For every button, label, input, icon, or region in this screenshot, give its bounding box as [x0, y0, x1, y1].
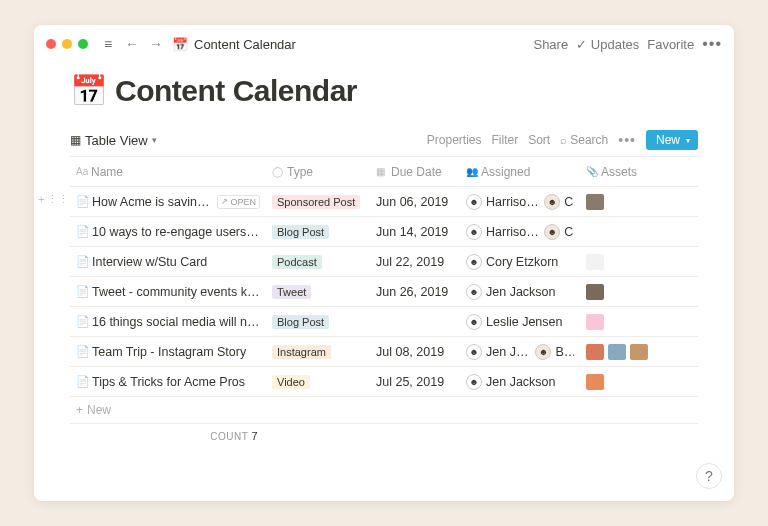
menu-icon[interactable]: ≡ [100, 36, 116, 52]
cell-assets[interactable] [580, 310, 698, 334]
nav-back-icon[interactable]: ← [124, 36, 140, 52]
cell-assigned[interactable]: ☻Leslie Jensen [460, 310, 580, 334]
breadcrumb[interactable]: 📅 Content Calendar [172, 37, 296, 52]
cell-assigned[interactable]: ☻Jen Jackson [460, 370, 580, 394]
cell-assigned[interactable]: ☻Jen Jackson☻Beez [460, 340, 580, 364]
count-cell[interactable]: COUNT 7 [70, 430, 266, 442]
page-title[interactable]: Content Calendar [115, 74, 357, 108]
table-view-icon: ▦ [70, 133, 81, 147]
table-row[interactable]: 📄Tips & Tricks for Acme ProsVideoJul 25,… [70, 367, 698, 397]
help-button[interactable]: ? [696, 463, 722, 489]
updates-button[interactable]: Updates [576, 37, 639, 52]
table-body: +⋮⋮📄How Acme is saving the gig economy↗O… [70, 187, 698, 397]
cell-name[interactable]: 📄How Acme is saving the gig economy↗OPEN [70, 191, 266, 213]
maximize-window-button[interactable] [78, 39, 88, 49]
cell-name[interactable]: 📄16 things social media will never be ab… [70, 311, 266, 333]
cell-name[interactable]: 📄Tweet - community events kickoff [70, 281, 266, 303]
asset-thumbnail[interactable] [586, 254, 604, 270]
cell-name[interactable]: 📄10 ways to re-engage users with drip ca… [70, 221, 266, 243]
more-menu-icon[interactable]: ••• [702, 35, 722, 53]
asset-thumbnail[interactable] [608, 344, 626, 360]
table-row[interactable]: 📄10 ways to re-engage users with drip ca… [70, 217, 698, 247]
cell-assigned[interactable]: ☻Jen Jackson [460, 280, 580, 304]
type-tag: Tweet [272, 285, 311, 299]
cell-type[interactable]: Podcast [266, 251, 370, 273]
cell-due-date[interactable]: Jul 08, 2019 [370, 341, 460, 363]
cell-due-date[interactable]: Jun 06, 2019 [370, 191, 460, 213]
assignee-name: Cory Etzkorn [486, 255, 558, 269]
view-switcher[interactable]: ▦ Table View ▾ [70, 133, 157, 148]
asset-thumbnail[interactable] [586, 344, 604, 360]
cell-due-date[interactable]: Jul 22, 2019 [370, 251, 460, 273]
cell-type[interactable]: Tweet [266, 281, 370, 303]
asset-thumbnail[interactable] [586, 314, 604, 330]
cell-name[interactable]: 📄Interview w/Stu Card [70, 251, 266, 273]
col-assigned[interactable]: 👥Assigned [460, 161, 580, 183]
avatar: ☻ [535, 344, 551, 360]
properties-button[interactable]: Properties [427, 133, 482, 147]
table-row[interactable]: 📄16 things social media will never be ab… [70, 307, 698, 337]
table-row[interactable]: 📄Team Trip - Instagram StoryInstagramJul… [70, 337, 698, 367]
cell-assets[interactable] [580, 250, 698, 274]
cell-assets[interactable] [580, 340, 698, 364]
plus-icon: + [76, 403, 83, 417]
person-prop-icon: 👥 [466, 166, 477, 177]
cell-name[interactable]: 📄Team Trip - Instagram Story [70, 341, 266, 363]
cell-type[interactable]: Instagram [266, 341, 370, 363]
cell-assets[interactable] [580, 370, 698, 394]
select-prop-icon: ◯ [272, 166, 283, 177]
assignee-name: Leslie Jensen [486, 315, 562, 329]
col-name[interactable]: AaName [70, 161, 266, 183]
asset-thumbnail[interactable] [586, 374, 604, 390]
new-button[interactable]: New ▾ [646, 130, 698, 150]
cell-due-date[interactable]: Jun 14, 2019 [370, 221, 460, 243]
filter-button[interactable]: Filter [491, 133, 518, 147]
assignee-name: Harrison Medoff [486, 195, 540, 209]
page-icon: 📄 [76, 375, 88, 388]
add-icon[interactable]: + [38, 193, 44, 206]
page-body: 📅 Content Calendar ▦ Table View ▾ Proper… [34, 59, 734, 448]
cell-assets[interactable] [580, 228, 698, 236]
cell-assigned[interactable]: ☻Cory Etzkorn [460, 250, 580, 274]
asset-thumbnail[interactable] [630, 344, 648, 360]
cell-assets[interactable] [580, 280, 698, 304]
sort-button[interactable]: Sort [528, 133, 550, 147]
cell-type[interactable]: Sponsored Post [266, 191, 370, 213]
table-row[interactable]: +⋮⋮📄How Acme is saving the gig economy↗O… [70, 187, 698, 217]
close-window-button[interactable] [46, 39, 56, 49]
type-tag: Video [272, 375, 310, 389]
share-button[interactable]: Share [533, 37, 568, 52]
type-tag: Blog Post [272, 315, 329, 329]
row-title: Tips & Tricks for Acme Pros [92, 375, 245, 389]
asset-thumbnail[interactable] [586, 194, 604, 210]
nav-forward-icon[interactable]: → [148, 36, 164, 52]
add-row-button[interactable]: + New [70, 397, 698, 424]
col-due-date[interactable]: ▦Due Date [370, 161, 460, 183]
page-icon: 📄 [76, 345, 88, 358]
table-row[interactable]: 📄Tweet - community events kickoffTweetJu… [70, 277, 698, 307]
cell-due-date[interactable] [370, 318, 460, 326]
cell-due-date[interactable]: Jun 26, 2019 [370, 281, 460, 303]
search-button[interactable]: Search [560, 133, 608, 147]
cell-type[interactable]: Video [266, 371, 370, 393]
table-more-icon[interactable]: ••• [618, 132, 636, 148]
open-page-button[interactable]: ↗OPEN [217, 195, 260, 209]
cell-assigned[interactable]: ☻Harrison Medoff☻Co [460, 190, 580, 214]
cell-name[interactable]: 📄Tips & Tricks for Acme Pros [70, 371, 266, 393]
drag-handle-icon[interactable]: ⋮⋮ [47, 193, 69, 206]
cell-assigned[interactable]: ☻Harrison Medoff☻Ca [460, 220, 580, 244]
view-label: Table View [85, 133, 148, 148]
asset-thumbnail[interactable] [586, 284, 604, 300]
cell-assets[interactable] [580, 190, 698, 214]
cell-type[interactable]: Blog Post [266, 311, 370, 333]
col-type[interactable]: ◯Type [266, 161, 370, 183]
new-button-label: New [656, 133, 680, 147]
col-assets[interactable]: 📎Assets [580, 161, 698, 183]
cell-type[interactable]: Blog Post [266, 221, 370, 243]
cell-due-date[interactable]: Jul 25, 2019 [370, 371, 460, 393]
favorite-button[interactable]: Favorite [647, 37, 694, 52]
page-icon[interactable]: 📅 [70, 73, 107, 108]
minimize-window-button[interactable] [62, 39, 72, 49]
table-row[interactable]: 📄Interview w/Stu CardPodcastJul 22, 2019… [70, 247, 698, 277]
page-icon: 📄 [76, 315, 88, 328]
